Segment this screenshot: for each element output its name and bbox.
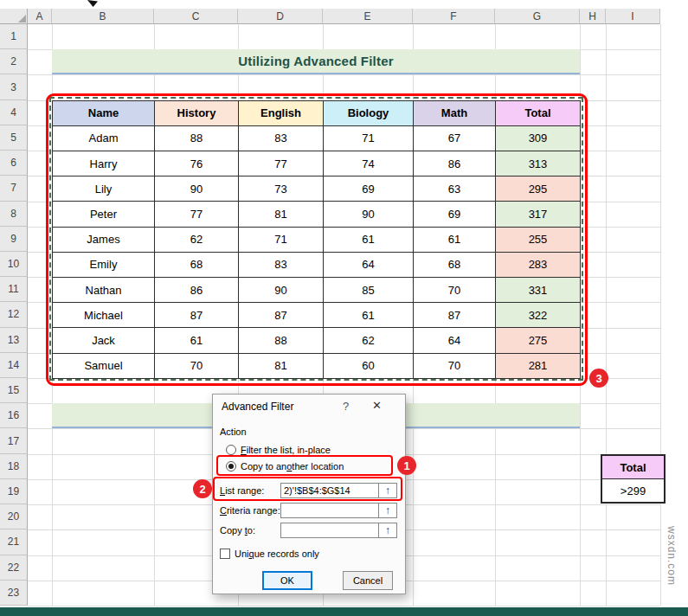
column-header-B[interactable]: B [52, 9, 154, 24]
range-selector-icon[interactable]: ↑ [379, 523, 397, 538]
radio-button-icon[interactable] [226, 445, 236, 455]
cancel-button[interactable]: Cancel [343, 571, 393, 590]
unique-records-row[interactable]: Unique records only [220, 548, 319, 560]
bottom-bar [0, 607, 688, 616]
select-all-corner[interactable] [0, 9, 28, 24]
gridline [28, 74, 660, 75]
row-header-18[interactable]: 18 [0, 454, 28, 479]
column-header-A[interactable]: A [28, 9, 52, 24]
action-group-label: Action [220, 427, 247, 437]
annotation-box-range [213, 477, 402, 501]
radio-label-filter-in-place: Filter the list, in-place [241, 445, 331, 455]
criteria-value-cell[interactable]: >299 [602, 479, 664, 502]
excel-sheet-canvas: Utilizing Advanced Filter Total >299 Adv… [0, 0, 688, 616]
row-header-1[interactable]: 1 [0, 24, 28, 49]
column-header-F[interactable]: F [413, 9, 495, 24]
row-header-21[interactable]: 21 [0, 529, 28, 555]
criteria-range-row: Criteria range: ↑ [220, 503, 397, 518]
close-icon[interactable]: ✕ [372, 399, 382, 412]
criteria-header-cell[interactable]: Total [602, 456, 664, 479]
column-header-G[interactable]: G [495, 9, 580, 24]
column-header-H[interactable]: H [580, 9, 606, 24]
copy-to-input[interactable] [280, 523, 379, 538]
column-header-D[interactable]: D [238, 9, 323, 24]
annotation-box-table [46, 93, 588, 386]
column-header-C[interactable]: C [154, 9, 238, 24]
column-header-I[interactable]: I [606, 9, 660, 24]
unique-records-checkbox[interactable] [220, 549, 230, 559]
annotation-box-radio [216, 455, 393, 476]
dialog-title: Advanced Filter [222, 401, 293, 413]
row-header-15[interactable]: 15 [0, 378, 28, 403]
step-badge-3: 3 [589, 369, 608, 388]
row-header-10[interactable]: 10 [0, 252, 28, 277]
step-badge-1: 1 [397, 456, 416, 475]
row-header-7[interactable]: 7 [0, 176, 28, 201]
row-header-12[interactable]: 12 [0, 302, 28, 327]
row-header-9[interactable]: 9 [0, 227, 28, 252]
gridline [28, 606, 660, 606]
row-header-6[interactable]: 6 [0, 151, 28, 176]
screenshot-artifact [87, 0, 98, 7]
row-header-16[interactable]: 16 [0, 403, 28, 428]
row-header-8[interactable]: 8 [0, 202, 28, 227]
gridline [606, 24, 607, 606]
row-header-2[interactable]: 2 [0, 49, 28, 74]
row-header-22[interactable]: 22 [0, 555, 28, 581]
row-header-13[interactable]: 13 [0, 328, 28, 353]
help-icon[interactable]: ? [343, 400, 349, 413]
row-header-4[interactable]: 4 [0, 100, 28, 125]
criteria-table: Total >299 [601, 454, 665, 504]
criteria-range-input[interactable] [280, 503, 379, 518]
row-header-14[interactable]: 14 [0, 353, 28, 378]
range-selector-icon[interactable]: ↑ [379, 503, 397, 518]
ok-button[interactable]: OK [262, 571, 312, 590]
criteria-range-label: Criteria range: [220, 505, 280, 516]
row-header-17[interactable]: 17 [0, 428, 28, 453]
unique-records-label: Unique records only [235, 549, 319, 559]
row-header-23[interactable]: 23 [0, 581, 28, 606]
gridline [660, 24, 661, 606]
row-header-3[interactable]: 3 [0, 74, 28, 99]
watermark: wsxdn.com [665, 526, 678, 586]
row-header-20[interactable]: 20 [0, 504, 28, 529]
row-header-11[interactable]: 11 [0, 277, 28, 302]
step-badge-2: 2 [193, 479, 212, 498]
copy-to-row: Copy to: ↑ [220, 523, 397, 538]
row-header-5[interactable]: 5 [0, 125, 28, 151]
column-header-E[interactable]: E [323, 9, 413, 24]
copy-to-label: Copy to: [220, 525, 280, 536]
row-header-19[interactable]: 19 [0, 479, 28, 504]
title-banner: Utilizing Advanced Filter [52, 49, 580, 74]
